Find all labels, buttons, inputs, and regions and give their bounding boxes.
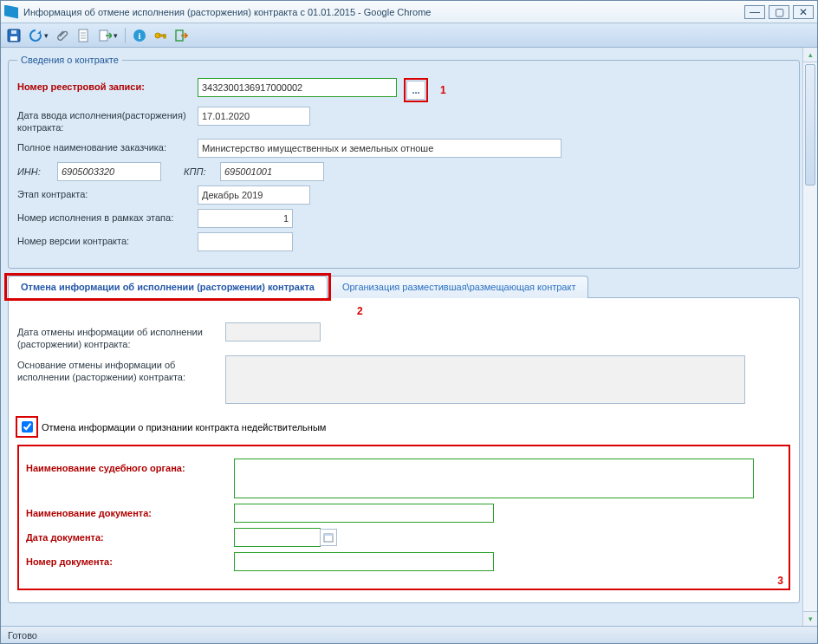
- save-icon: [7, 29, 21, 42]
- tab-strip: Отмена информации об исполнении (расторж…: [8, 276, 800, 298]
- sheet-button[interactable]: [74, 26, 93, 45]
- invalid-contract-checkbox-label: Отмена информации о признании контракта …: [42, 422, 326, 433]
- svg-rect-2: [11, 30, 16, 34]
- status-text: Готово: [8, 630, 37, 641]
- exec-num-label: Номер исполнения в рамках этапа:: [17, 209, 191, 224]
- dropdown-caret-icon: ▾: [114, 31, 118, 40]
- key-button[interactable]: [151, 26, 170, 45]
- export-icon: [98, 29, 112, 42]
- doc-name-field[interactable]: [234, 504, 494, 523]
- cancel-reason-label: Основание отмены информации об исполнени…: [17, 355, 217, 384]
- kpp-label: КПП:: [184, 166, 215, 177]
- stage-label: Этап контракта:: [17, 185, 191, 201]
- registry-number-input[interactable]: [198, 78, 397, 97]
- annotation-1: 1: [440, 84, 446, 96]
- invalid-contract-group: Наименование судебного органа: Наименова…: [17, 445, 790, 590]
- help-button[interactable]: i: [130, 26, 149, 45]
- form-body: Сведения о контракте Номер реестровой за…: [1, 48, 817, 626]
- titlebar: Информация об отмене исполнения (расторж…: [1, 1, 817, 23]
- kpp-field: [220, 162, 324, 181]
- registry-number-label: Номер реестровой записи:: [17, 78, 191, 94]
- court-label: Наименование судебного органа:: [26, 459, 225, 474]
- vertical-scrollbar[interactable]: ▴ ▾: [802, 48, 817, 626]
- cancel-date-field[interactable]: [225, 322, 321, 342]
- minimize-button[interactable]: —: [744, 5, 765, 19]
- exit-button[interactable]: [172, 26, 191, 45]
- exec-num-field: [198, 209, 293, 228]
- svg-rect-15: [324, 534, 333, 536]
- document-icon: [76, 29, 90, 42]
- window: Информация об отмене исполнения (расторж…: [0, 0, 818, 644]
- key-icon: [153, 29, 167, 42]
- annotation-3: 3: [777, 575, 783, 587]
- doc-num-label: Номер документа:: [26, 552, 225, 568]
- annotation-2: 2: [357, 305, 363, 317]
- scroll-thumb[interactable]: [805, 64, 815, 185]
- window-controls: — ▢ ✕: [744, 5, 814, 19]
- doc-num-field[interactable]: [234, 552, 494, 571]
- version-field: [198, 232, 293, 251]
- svg-text:i: i: [138, 30, 140, 41]
- inn-field: [57, 162, 161, 181]
- contract-fieldset: Сведения о контракте Номер реестровой за…: [8, 55, 800, 269]
- registry-lookup-button[interactable]: ...: [406, 81, 425, 100]
- fieldset-legend: Сведения о контракте: [17, 55, 122, 65]
- refresh-button[interactable]: ▾: [25, 26, 51, 45]
- tabs-wrap: Отмена информации об исполнении (расторж…: [8, 276, 800, 604]
- app-icon: [4, 5, 18, 19]
- calendar-icon: [323, 532, 334, 543]
- cancel-reason-field[interactable]: [225, 355, 745, 404]
- scroll-down-button[interactable]: ▾: [803, 611, 817, 626]
- toolbar-separator: [125, 28, 126, 43]
- exit-icon: [174, 29, 188, 42]
- tab-cancel-info[interactable]: Отмена информации об исполнении (расторж…: [8, 276, 328, 298]
- paperclip-icon: [55, 29, 69, 42]
- doc-name-label: Наименование документа:: [26, 504, 225, 519]
- export-button[interactable]: ▾: [94, 26, 120, 45]
- doc-date-calendar-button[interactable]: [320, 529, 337, 546]
- svg-rect-1: [10, 36, 17, 41]
- tab-cancel-info-label: Отмена информации об исполнении (расторж…: [21, 282, 315, 292]
- court-field[interactable]: [234, 459, 754, 498]
- input-date-field: [198, 107, 310, 126]
- stage-field: [198, 185, 310, 205]
- doc-date-field[interactable]: [234, 528, 321, 547]
- attach-button[interactable]: [53, 26, 72, 45]
- window-title: Информация об отмене исполнения (расторж…: [23, 7, 431, 17]
- help-icon: i: [133, 29, 146, 42]
- cancel-date-label: Дата отмены информации об исполнении (ра…: [17, 322, 217, 351]
- save-button[interactable]: [4, 26, 23, 45]
- status-bar: Готово: [1, 626, 817, 643]
- customer-field: [198, 139, 562, 158]
- toolbar: ▾ ▾ i: [1, 23, 817, 48]
- scroll-up-button[interactable]: ▴: [803, 48, 817, 62]
- version-label: Номер версии контракта:: [17, 232, 191, 248]
- invalid-contract-checkbox[interactable]: [22, 421, 33, 433]
- tab-panel: 2 Дата отмены информации об исполнении (…: [8, 297, 800, 604]
- dropdown-caret-icon: ▾: [44, 31, 49, 40]
- inn-label: ИНН:: [17, 166, 52, 177]
- refresh-icon: [29, 29, 42, 42]
- doc-date-label: Дата документа:: [26, 528, 225, 543]
- tab-org-info-label: Организация разместившая\размещающая кон…: [342, 282, 576, 292]
- close-button[interactable]: ✕: [793, 5, 814, 19]
- customer-label: Полное наименование заказчика:: [17, 139, 191, 154]
- maximize-button[interactable]: ▢: [769, 5, 789, 19]
- svg-rect-12: [164, 35, 166, 38]
- input-date-label: Дата ввода исполнения(расторжения) контр…: [17, 107, 191, 134]
- tab-org-info[interactable]: Организация разместившая\размещающая кон…: [329, 276, 589, 298]
